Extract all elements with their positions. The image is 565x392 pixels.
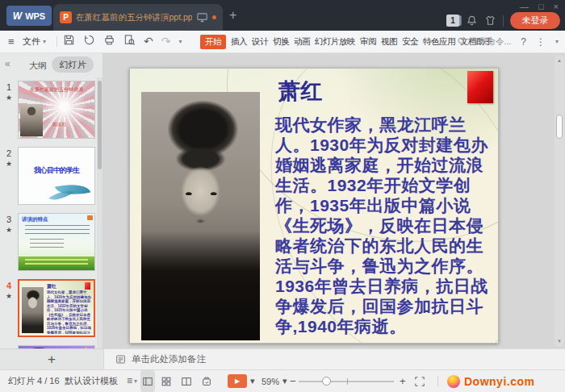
phone-cast-button[interactable] bbox=[201, 370, 212, 392]
scroll-down-icon[interactable]: ▼ bbox=[555, 339, 564, 344]
monitor-icon bbox=[196, 11, 208, 23]
animation-star-icon: ★ bbox=[2, 226, 15, 234]
document-tab[interactable]: P 在萧红墓前的五分钟讲演ppt.ppt bbox=[53, 4, 223, 31]
scrollbar-thumb[interactable] bbox=[556, 115, 563, 139]
undo-button[interactable]: ↶ bbox=[144, 35, 153, 48]
skin-theme-icon[interactable] bbox=[484, 15, 496, 27]
titlebar-right-cluster: 1 未登录 bbox=[446, 12, 560, 29]
titlebar: W WPS P 在萧红墓前的五分钟讲演ppt.ppt + 1 未登录 — □ bbox=[0, 0, 565, 31]
tab-special-apps[interactable]: 特色应用 bbox=[423, 36, 455, 48]
tab-insert[interactable]: 插入 bbox=[231, 36, 247, 48]
print-preview-button[interactable] bbox=[123, 34, 136, 49]
titlebar-separator bbox=[503, 15, 504, 27]
open-documents-badge[interactable]: 1 bbox=[446, 15, 459, 27]
collapse-panel-button[interactable]: « bbox=[5, 58, 10, 69]
close-button[interactable]: × bbox=[554, 1, 559, 12]
slide-4-red-block bbox=[85, 282, 90, 290]
login-button[interactable]: 未登录 bbox=[510, 12, 560, 29]
slide-1-photo bbox=[20, 104, 43, 136]
tab-design[interactable]: 设计 bbox=[252, 36, 268, 48]
reading-view-button[interactable] bbox=[181, 370, 192, 392]
zoom-level[interactable]: 59% bbox=[262, 370, 279, 392]
modified-dot-icon bbox=[212, 15, 216, 19]
collapse-ribbon-chevron-icon[interactable]: ▾ bbox=[555, 38, 559, 45]
slides-tab[interactable]: 幻灯片 bbox=[52, 56, 94, 73]
file-menu[interactable]: 文件 ▾ bbox=[23, 31, 46, 52]
slide-sorter-view-button[interactable] bbox=[161, 370, 172, 392]
wps-presentation-window: W WPS P 在萧红墓前的五分钟讲演ppt.ppt + 1 未登录 — □ bbox=[0, 0, 565, 392]
zoom-slider-notch bbox=[347, 378, 348, 385]
red-rectangle-decoration[interactable] bbox=[467, 71, 493, 103]
slide-counter: 幻灯片 4 / 16 bbox=[8, 370, 60, 392]
slide-2-thumbnail[interactable]: 我心目中的学生 bbox=[18, 147, 95, 205]
outline-tab[interactable]: 大纲 bbox=[29, 60, 47, 72]
wps-w-icon: W bbox=[13, 10, 22, 22]
notes-bar[interactable]: 单击此处添加备注 bbox=[104, 348, 565, 369]
main-vertical-scrollbar[interactable]: ▲ ▼ bbox=[555, 55, 564, 347]
slide-1-title: 在萧红墓前的五分钟讲演 bbox=[21, 86, 92, 94]
find-command-search[interactable]: 查找命令... bbox=[457, 36, 512, 48]
export-pdf-button[interactable] bbox=[83, 34, 95, 49]
help-button[interactable]: ? bbox=[521, 36, 526, 48]
zoom-slider-thumb[interactable] bbox=[322, 377, 331, 386]
chevron-down-icon: ▾ bbox=[134, 377, 137, 385]
menubar-separator bbox=[56, 36, 57, 47]
slide-3-corner-icon bbox=[87, 215, 93, 220]
panel-scrollbar[interactable] bbox=[97, 77, 103, 348]
zoom-slider-track[interactable] bbox=[299, 381, 394, 382]
redo-button[interactable]: ↷ bbox=[161, 35, 171, 48]
slide-1-speaker: 郭沫若 bbox=[52, 122, 66, 127]
main-menu-icon[interactable]: ≡ bbox=[8, 31, 15, 52]
list-icon: ≡ bbox=[127, 375, 132, 387]
notification-bell-icon[interactable] bbox=[466, 15, 478, 27]
notes-icon bbox=[115, 354, 126, 365]
wps-logo-label: WPS bbox=[25, 11, 45, 21]
tab-security[interactable]: 安全 bbox=[402, 36, 418, 48]
tab-view[interactable]: 视图 bbox=[381, 36, 397, 48]
zoom-in-button[interactable]: + bbox=[400, 370, 406, 392]
downyi-watermark: Downyi.com bbox=[464, 375, 534, 388]
tab-slideshow[interactable]: 幻灯片放映 bbox=[315, 36, 355, 48]
slide-1-thumbnail[interactable]: 在萧红墓前的五分钟讲演 郭沫若 bbox=[18, 81, 95, 139]
display-options-button[interactable]: ≡ ▾ bbox=[127, 370, 137, 392]
start-slideshow-button[interactable]: ▶ bbox=[228, 374, 247, 388]
fit-to-window-button[interactable] bbox=[414, 370, 425, 392]
slideshow-options-chevron-icon[interactable]: ▾ bbox=[250, 370, 255, 392]
save-button[interactable] bbox=[63, 34, 75, 49]
maximize-button[interactable]: □ bbox=[538, 1, 544, 12]
slide-4-title: 萧红 bbox=[47, 283, 56, 290]
slide-4-thumbnail-selected[interactable]: 萧红 现代女作家，黑龙江呼兰人。1930年为反对封建包办婚姻逃离家庭，开始过流浪… bbox=[18, 279, 95, 337]
slide-4-photo bbox=[22, 287, 44, 333]
xiaohong-portrait-photo[interactable] bbox=[141, 92, 260, 340]
panel-scrollbar-thumb[interactable] bbox=[98, 81, 102, 169]
statusbar: 幻灯片 4 / 16 默认设计模板 ≡ ▾ ▶ ▾ 59% ▾ − + bbox=[0, 369, 565, 392]
new-tab-button[interactable]: + bbox=[229, 8, 236, 23]
more-options-icon[interactable]: ⋮ bbox=[536, 36, 546, 48]
design-template-label[interactable]: 默认设计模板 bbox=[65, 370, 118, 392]
search-icon bbox=[457, 36, 467, 47]
minimize-button[interactable]: — bbox=[520, 1, 529, 12]
tab-animations[interactable]: 动画 bbox=[294, 36, 310, 48]
print-button[interactable] bbox=[103, 34, 115, 49]
add-slide-button[interactable]: + bbox=[0, 348, 103, 369]
slide-body-textbox[interactable]: 现代女作家，黑龙江呼兰人。1930年为反对封建包办婚姻逃离家庭，开始过流浪生活。… bbox=[275, 115, 495, 336]
tab-transitions[interactable]: 切换 bbox=[273, 36, 289, 48]
slide-3-number: 3 bbox=[2, 215, 15, 224]
tab-home[interactable]: 开始 bbox=[200, 35, 226, 49]
wps-logo-button[interactable]: W WPS bbox=[6, 6, 52, 26]
slide-canvas[interactable]: 萧红 现代女作家，黑龙江呼兰人。1930年为反对封建包办婚姻逃离家庭，开始过流浪… bbox=[129, 68, 499, 344]
presentation-file-icon: P bbox=[60, 11, 72, 23]
statusbar-separator bbox=[437, 376, 438, 386]
slide-title-textbox[interactable]: 萧红 bbox=[278, 77, 322, 106]
scroll-up-icon[interactable]: ▲ bbox=[555, 58, 564, 63]
zoom-chevron-icon[interactable]: ▾ bbox=[282, 370, 287, 392]
zoom-out-button[interactable]: − bbox=[290, 370, 296, 392]
chevron-down-icon: ▾ bbox=[43, 38, 46, 45]
toolbar-options-chevron-icon[interactable]: ▾ bbox=[178, 38, 182, 45]
document-tab-title: 在萧红墓前的五分钟讲演ppt.ppt bbox=[76, 12, 192, 23]
slide-3-thumbnail[interactable]: 讲演的特点 bbox=[18, 213, 95, 271]
quick-access-toolbar: ↶ ↷ ▾ bbox=[63, 31, 182, 52]
tab-review[interactable]: 审阅 bbox=[360, 36, 376, 48]
normal-view-button[interactable] bbox=[140, 370, 155, 392]
slide-2-title: 我心目中的学生 bbox=[19, 165, 94, 176]
